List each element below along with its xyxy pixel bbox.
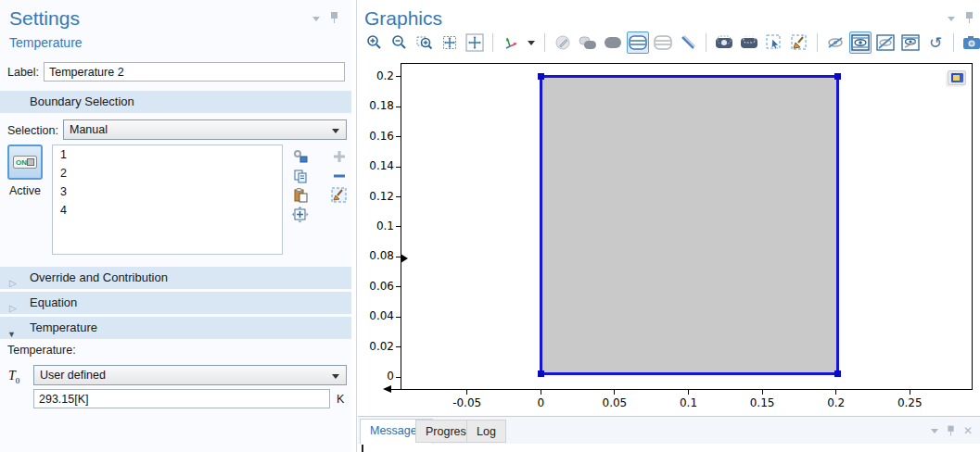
deselect-slash-icon[interactable]	[677, 31, 699, 54]
wireframe-rendering-button[interactable]	[627, 31, 649, 54]
pin-icon[interactable]	[330, 12, 338, 23]
section-override[interactable]: ▷ Override and Contribution	[0, 267, 352, 289]
y-tick	[396, 346, 401, 347]
x-tick-label: -0.05	[447, 396, 488, 409]
x-tick-label: 0.2	[816, 396, 857, 409]
y-tick-label: 0.02	[353, 340, 394, 353]
active-caption: Active	[0, 184, 50, 197]
t0-symbol: T0	[8, 369, 19, 385]
copy-button[interactable]	[291, 167, 310, 185]
x-tick-label: 0.15	[742, 396, 783, 409]
view-thumbnail-button[interactable]	[948, 70, 966, 85]
clear-selection-broom-icon[interactable]	[788, 31, 810, 54]
section-boundary-selection[interactable]: Boundary Selection	[0, 91, 352, 113]
y-tick-label: 0.14	[353, 159, 394, 172]
section-temperature[interactable]: ▼ Temperature	[0, 317, 352, 339]
messages-content[interactable]	[358, 444, 980, 452]
boundary-selection-list[interactable]: 1234	[52, 144, 283, 255]
settings-menu-caret-icon[interactable]	[312, 17, 320, 21]
x-tick	[835, 390, 836, 395]
temperature-type-combobox[interactable]: User defined	[33, 365, 347, 385]
x-tick	[688, 390, 689, 395]
y-tick	[396, 377, 401, 378]
list-item[interactable]: 1	[53, 145, 282, 164]
y-tick	[396, 286, 401, 287]
show-hidden-eye-icon[interactable]	[899, 31, 922, 54]
select-overlap-icon[interactable]	[577, 31, 599, 54]
create-selection-button[interactable]	[291, 147, 310, 166]
information-panel: Messages Progress Log ✕	[358, 416, 980, 452]
geometry-vertex[interactable]	[834, 370, 841, 377]
remove-button[interactable]	[330, 167, 349, 185]
x-tick	[541, 390, 541, 395]
zoom-box-button[interactable]	[414, 31, 436, 54]
geometry-vertex[interactable]	[538, 73, 544, 80]
settings-title: Settings	[9, 7, 80, 30]
y-tick	[396, 317, 401, 318]
x-tick	[614, 390, 615, 395]
unit-label: K	[337, 393, 344, 406]
graphics-title: Graphics	[364, 7, 442, 30]
outline-rendering-icon[interactable]	[652, 31, 674, 54]
active-toggle-button[interactable]: ON	[7, 144, 43, 180]
geometry-vertex[interactable]	[834, 73, 841, 80]
label-caption: Label:	[7, 66, 39, 79]
zoom-selected-button[interactable]	[464, 31, 486, 54]
tab-log[interactable]: Log	[466, 420, 506, 443]
chevron-down-icon	[332, 129, 339, 133]
list-item[interactable]: 4	[53, 201, 282, 220]
select-box-dark-2-icon[interactable]	[738, 31, 760, 54]
axis-arrow-icon	[401, 254, 408, 263]
x-tick-label: 0.25	[889, 396, 930, 409]
reset-hiding-undo-icon[interactable]: ↺	[924, 31, 947, 54]
zoom-in-button[interactable]	[363, 31, 386, 54]
close-icon[interactable]: ✕	[963, 426, 973, 435]
section-equation[interactable]: ▷ Equation	[0, 292, 352, 314]
hide-eye-slash-icon[interactable]	[824, 31, 846, 54]
temperature-value-input[interactable]	[33, 389, 330, 408]
zoom-extents-button[interactable]	[439, 31, 461, 54]
edit-pencil-icon	[552, 31, 574, 54]
geometry-vertex[interactable]	[538, 370, 544, 377]
settings-subtitle: Temperature	[9, 35, 83, 50]
zoom-to-selection-button[interactable]	[291, 206, 310, 224]
pin-icon[interactable]	[965, 12, 974, 23]
y-tick	[396, 257, 401, 257]
plot-canvas[interactable]: -0.0500.050.10.150.20.2500.020.040.060.0…	[401, 63, 973, 390]
hide-boxed-eye-icon[interactable]	[874, 31, 897, 54]
selection-combobox[interactable]: Manual	[63, 119, 347, 140]
x-tick-label: 0.05	[594, 396, 635, 409]
settings-panel: Settings Temperature Label: Boundary Sel…	[0, 0, 352, 452]
default-view-button[interactable]	[500, 31, 522, 54]
view-dropdown-caret[interactable]	[525, 31, 538, 54]
y-tick	[396, 196, 401, 197]
graphics-menu-caret-icon[interactable]	[948, 17, 955, 21]
label-input[interactable]	[44, 62, 345, 82]
select-solid-icon[interactable]	[602, 31, 624, 54]
show-eye-button[interactable]	[849, 31, 872, 54]
zoom-out-button[interactable]	[388, 31, 411, 54]
graphics-toolbar: ↺	[363, 31, 980, 55]
y-tick	[396, 167, 401, 168]
chevron-down-icon	[332, 374, 339, 379]
temperature-field-caption: Temperature:	[7, 344, 76, 357]
y-tick-label: 0.04	[353, 309, 394, 322]
clear-selection-button[interactable]	[330, 186, 349, 205]
list-item[interactable]: 3	[53, 182, 282, 201]
y-tick	[396, 76, 401, 77]
axis-arrow-icon	[383, 385, 391, 393]
image-snapshot-button[interactable]	[961, 31, 980, 54]
x-tick	[762, 390, 763, 395]
y-tick-label: 0.1	[353, 220, 394, 232]
list-item[interactable]: 2	[53, 164, 282, 182]
geometry-rectangle[interactable]	[540, 75, 839, 375]
paste-button[interactable]	[291, 186, 310, 205]
y-tick-label: 0.12	[353, 190, 394, 203]
select-box-arrow-icon[interactable]	[763, 31, 785, 54]
x-tick	[910, 390, 910, 395]
panel-menu-caret-icon[interactable]	[931, 429, 938, 433]
y-tick	[396, 226, 401, 227]
select-box-dark-icon[interactable]	[713, 31, 735, 54]
pin-icon[interactable]	[947, 426, 954, 436]
y-tick-label: 0.08	[353, 249, 394, 262]
